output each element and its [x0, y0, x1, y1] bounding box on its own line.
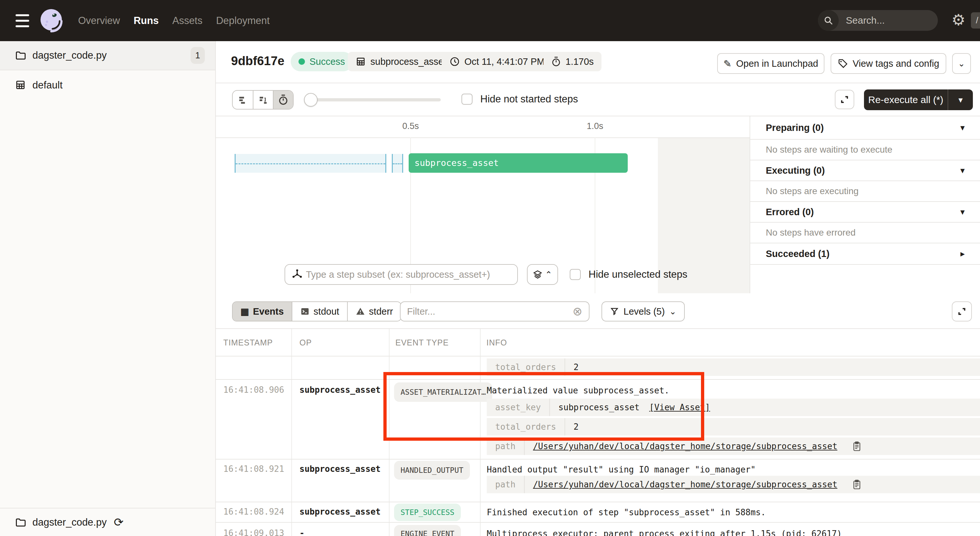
metadata-row-path: path /Users/yuhan/dev/local/dagster_home…: [487, 476, 980, 493]
storage-path-link[interactable]: /Users/yuhan/dev/local/dagster_home/stor…: [533, 441, 837, 451]
events-table: TIMESTAMP OP EVENT TYPE INFO total_order…: [216, 329, 980, 536]
success-dot-icon: [299, 58, 305, 65]
hide-unselected-option: Hide unselected steps: [570, 269, 687, 280]
section-errored-empty: No steps have errored: [750, 223, 980, 243]
table-header: TIMESTAMP OP EVENT TYPE INFO: [216, 329, 980, 356]
waterfall-view-button[interactable]: [253, 91, 273, 109]
gantt-chart: 0.5s 1.0s subprocess_asset ⌃ Hide unsele…: [216, 116, 749, 293]
hide-unselected-checkbox[interactable]: [570, 269, 581, 280]
tab-events[interactable]: ▦ Events: [233, 302, 292, 321]
timed-view-button[interactable]: [273, 91, 293, 109]
col-timestamp: TIMESTAMP: [223, 338, 273, 347]
section-executing[interactable]: Executing (0)▾: [750, 161, 980, 181]
stopwatch-icon: [551, 56, 561, 67]
tab-stdout[interactable]: stdout: [292, 302, 347, 321]
job-grid-icon: [15, 80, 27, 91]
reload-icon[interactable]: ⟳: [114, 517, 124, 528]
log-view-tabs: ▦ Events stdout stderr: [232, 301, 401, 321]
log-filter-box: ⊗: [400, 301, 590, 321]
col-op: OP: [299, 338, 312, 347]
tab-stderr[interactable]: stderr: [347, 302, 401, 321]
metadata-row-total-orders: total_orders 2: [487, 358, 980, 376]
clock-icon: [450, 56, 460, 67]
zoom-slider-track[interactable]: [309, 98, 441, 102]
metadata-row-total-orders: total_orders 2: [487, 418, 980, 436]
top-nav: Overview Runs Assets Deployment / ⚙: [0, 0, 980, 41]
axis-tick-05s: 0.5s: [391, 121, 430, 131]
storage-path-link[interactable]: /Users/yuhan/dev/local/dagster_home/stor…: [533, 480, 837, 489]
hide-not-started-checkbox[interactable]: [461, 94, 473, 105]
gantt-step-bar[interactable]: subprocess_asset: [409, 153, 628, 173]
gantt-toolbar: Hide not started steps Re-execute all (*…: [216, 83, 980, 116]
global-search[interactable]: /: [818, 10, 938, 31]
run-header: 9dbf617e Success subprocess_asset Oct 11…: [216, 41, 980, 83]
section-executing-empty: No steps are executing: [750, 181, 980, 202]
sidebar: dagster_code.py 1 default dagster_code.p…: [0, 41, 216, 536]
search-input[interactable]: [839, 15, 971, 26]
copy-icon[interactable]: [852, 479, 861, 490]
chevron-down-icon: ⌄: [958, 59, 965, 69]
waiting-period-bar: [235, 154, 386, 173]
section-succeeded[interactable]: Succeeded (1)▸: [750, 243, 980, 265]
levels-dropdown[interactable]: Levels (5) ⌄: [601, 301, 685, 321]
sidebar-item-code-location[interactable]: dagster_code.py 1: [0, 41, 215, 70]
nav-item-assets[interactable]: Assets: [172, 15, 202, 27]
sidebar-item-repo-default[interactable]: default: [0, 75, 215, 95]
flat-view-button[interactable]: [233, 91, 253, 109]
view-tags-config-button[interactable]: View tags and config: [830, 53, 946, 74]
nav-item-overview[interactable]: Overview: [78, 15, 120, 27]
reexecute-options-button[interactable]: ▾: [948, 89, 973, 110]
zoom-slider-handle[interactable]: [304, 93, 318, 107]
section-preparing[interactable]: Preparing (0)▾: [750, 116, 980, 140]
settings-gear-icon[interactable]: ⚙: [951, 12, 966, 28]
view-asset-link[interactable]: [View Asset]: [649, 402, 710, 412]
step-subset-input[interactable]: [303, 269, 517, 280]
folder-icon: [15, 517, 27, 528]
status-badge: Success: [291, 52, 353, 71]
hide-not-started-label: Hide not started steps: [480, 93, 578, 105]
column-divider: [291, 329, 292, 536]
search-shortcut-badge: /: [971, 12, 980, 29]
run-id: 9dbf617e: [231, 54, 285, 68]
axis-tick-10s: 1.0s: [576, 121, 614, 131]
row-divider: [216, 522, 980, 523]
hide-not-started-option: Hide not started steps: [461, 93, 578, 105]
op-selector-icon: [292, 269, 303, 280]
nav-item-runs[interactable]: Runs: [134, 15, 159, 27]
caret-right-icon: ▸: [961, 249, 964, 258]
sidebar-footer: dagster_code.py ⟳: [0, 508, 215, 536]
dagster-logo-icon[interactable]: [38, 8, 64, 33]
graph-query-toggle-button[interactable]: ⌃: [527, 264, 558, 285]
event-type-tag: ENGINE_EVENT: [394, 525, 461, 536]
layers-icon: [533, 270, 542, 279]
logs-fullscreen-button[interactable]: [952, 301, 972, 321]
footer-code-location-label: dagster_code.py: [32, 517, 107, 528]
metadata-row-path: path /Users/yuhan/dev/local/dagster_home…: [487, 437, 980, 455]
column-divider: [480, 329, 480, 536]
run-more-actions-button[interactable]: ⌄: [952, 53, 971, 74]
menu-icon[interactable]: [16, 14, 29, 27]
log-filter-input[interactable]: [407, 306, 573, 317]
caret-down-icon: ▾: [961, 123, 964, 132]
section-errored[interactable]: Errored (0)▾: [750, 202, 980, 223]
reexecute-all-button[interactable]: Re-execute all (*) ▾: [864, 89, 973, 110]
nav-links: Overview Runs Assets Deployment: [78, 0, 270, 41]
open-in-launchpad-button[interactable]: ✎ Open in Launchpad: [717, 53, 824, 74]
run-duration-tag: 1.170s: [544, 52, 601, 71]
warning-icon: [355, 307, 365, 316]
caret-down-icon: ▾: [961, 166, 964, 175]
step-subset-box: [285, 264, 518, 285]
copy-icon[interactable]: [852, 441, 861, 452]
search-icon: [818, 10, 839, 31]
col-info: INFO: [487, 338, 507, 347]
clear-filter-icon[interactable]: ⊗: [573, 305, 582, 317]
nav-item-deployment[interactable]: Deployment: [216, 15, 270, 27]
table-icon: ▦: [240, 306, 249, 317]
chevron-up-icon: ⌃: [545, 270, 552, 279]
event-type-tag: STEP_SUCCESS: [394, 504, 461, 521]
caret-down-icon: ▾: [961, 207, 964, 216]
run-target-tag[interactable]: subprocess_asset: [348, 52, 454, 71]
gantt-fullscreen-button[interactable]: [835, 90, 854, 109]
repo-label: default: [32, 80, 62, 91]
row-divider: [216, 459, 980, 460]
